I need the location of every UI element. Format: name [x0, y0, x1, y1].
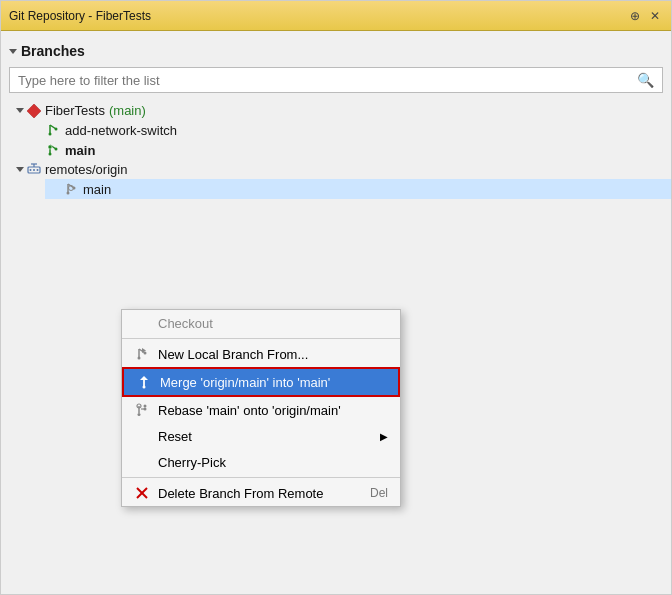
branch-add-network-item[interactable]: add-network-switch: [27, 120, 671, 140]
menu-separator-1: [122, 338, 400, 339]
triangle-down-icon: [16, 108, 24, 113]
branches-section-header[interactable]: Branches: [1, 39, 671, 63]
branch-current-svg: [46, 143, 60, 157]
repo-expand-icon: [13, 108, 27, 113]
menu-item-reset[interactable]: Reset ▶: [122, 423, 400, 449]
merge-icon: [136, 374, 152, 390]
svg-point-10: [33, 169, 35, 171]
context-menu: Checkout: [121, 309, 401, 507]
svg-point-26: [138, 413, 141, 416]
repo-name: FiberTests: [45, 103, 105, 118]
remote-main-branch-icon: [63, 181, 79, 197]
remotes-expand-icon: [13, 167, 27, 172]
x-red-svg: [135, 486, 149, 500]
svg-point-20: [138, 357, 141, 360]
menu-item-checkout[interactable]: Checkout: [122, 310, 400, 336]
title-controls: ⊕ ✕: [627, 8, 663, 24]
checkout-icon: [134, 315, 150, 331]
delete-branch-shortcut: Del: [370, 486, 388, 500]
svg-rect-0: [27, 104, 41, 118]
branch-fork-svg: [46, 123, 60, 137]
remote-icon: [27, 163, 41, 177]
panel-body: Branches 🔍 FiberTests (main): [1, 31, 671, 594]
remote-main-branch-svg: [64, 182, 78, 196]
branch-add-network-label: add-network-switch: [65, 123, 177, 138]
pin-icon: ⊕: [630, 9, 640, 23]
svg-point-6: [55, 148, 58, 151]
reset-icon: [134, 428, 150, 444]
branch-main-icon: [45, 142, 61, 158]
main-window: Git Repository - FiberTests ⊕ ✕ Branches…: [0, 0, 672, 595]
new-local-branch-icon: [134, 346, 150, 362]
svg-point-5: [49, 153, 52, 156]
filter-input[interactable]: [18, 73, 637, 88]
checkout-label: Checkout: [158, 316, 388, 331]
svg-point-24: [143, 386, 146, 389]
close-button[interactable]: ✕: [647, 8, 663, 24]
svg-point-21: [144, 352, 147, 355]
search-icon: 🔍: [637, 72, 654, 88]
pin-button[interactable]: ⊕: [627, 8, 643, 24]
delete-branch-label: Delete Branch From Remote: [158, 486, 362, 501]
repo-root-item[interactable]: FiberTests (main): [9, 101, 671, 120]
remote-main-item[interactable]: main: [45, 179, 671, 199]
remote-svg: [27, 163, 41, 177]
svg-point-2: [49, 133, 52, 136]
repo-meta: (main): [109, 103, 146, 118]
close-icon: ✕: [650, 9, 660, 23]
remote-main-label: main: [83, 182, 111, 197]
branch-main-item[interactable]: main: [27, 140, 671, 160]
context-menu-overlay: Checkout: [121, 309, 401, 507]
menu-item-delete-branch[interactable]: Delete Branch From Remote Del: [122, 480, 400, 506]
svg-point-11: [37, 169, 39, 171]
collapse-triangle-icon: [9, 49, 17, 54]
repo-icon: [27, 104, 41, 118]
title-bar: Git Repository - FiberTests ⊕ ✕: [1, 1, 671, 31]
window-title: Git Repository - FiberTests: [9, 9, 627, 23]
svg-marker-23: [140, 376, 148, 380]
menu-separator-2: [122, 477, 400, 478]
merge-up-svg: [137, 375, 151, 389]
branches-title: Branches: [21, 43, 85, 59]
remotes-origin-label: remotes/origin: [45, 162, 127, 177]
rebase-svg: [135, 403, 149, 417]
cherry-pick-icon: [134, 454, 150, 470]
delete-branch-icon: [134, 485, 150, 501]
cherry-pick-label: Cherry-Pick: [158, 455, 388, 470]
filter-bar[interactable]: 🔍: [9, 67, 663, 93]
menu-item-rebase[interactable]: Rebase 'main' onto 'origin/main': [122, 397, 400, 423]
svg-point-29: [144, 408, 147, 411]
svg-point-9: [30, 169, 32, 171]
branch-add-network-icon: [45, 122, 61, 138]
menu-item-cherry-pick[interactable]: Cherry-Pick: [122, 449, 400, 475]
reset-label: Reset: [158, 429, 372, 444]
new-local-branch-label: New Local Branch From...: [158, 347, 388, 362]
tree-view: FiberTests (main) add-network-switch: [1, 101, 671, 586]
menu-item-new-local-branch[interactable]: New Local Branch From...: [122, 341, 400, 367]
svg-point-30: [144, 405, 147, 408]
triangle-down-icon2: [16, 167, 24, 172]
merge-label: Merge 'origin/main' into 'main': [160, 375, 386, 390]
menu-item-merge[interactable]: Merge 'origin/main' into 'main': [122, 367, 400, 397]
branch-main-label: main: [65, 143, 95, 158]
svg-point-3: [55, 128, 58, 131]
reset-submenu-arrow-icon: ▶: [380, 431, 388, 442]
rebase-label: Rebase 'main' onto 'origin/main': [158, 403, 388, 418]
branch-up-svg: [135, 347, 149, 361]
rebase-icon: [134, 402, 150, 418]
remotes-origin-item[interactable]: remotes/origin: [9, 160, 671, 179]
svg-point-7: [48, 145, 52, 149]
svg-point-15: [67, 192, 70, 195]
repo-diamond-svg: [27, 104, 41, 118]
